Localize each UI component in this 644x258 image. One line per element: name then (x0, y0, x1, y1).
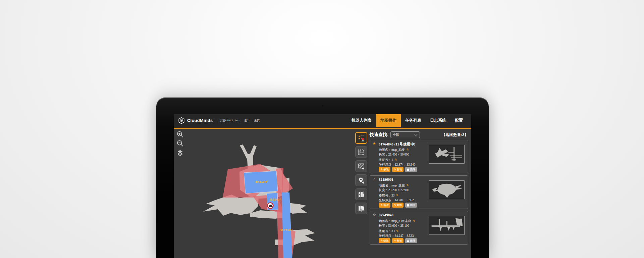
zoom-out-icon[interactable] (176, 140, 184, 147)
trash-icon (407, 204, 409, 207)
brand-name: CloudMinds (187, 118, 213, 123)
modify-button[interactable]: ✎修改 (379, 167, 390, 172)
map-card: ★ 51764845 (12号使用中) 地图名：map_33楼✎ 长宽：25.4… (370, 140, 468, 173)
map-card-title: 82186961 (379, 177, 393, 181)
edit-icon[interactable]: ✎ (396, 194, 398, 197)
map-canvas[interactable]: 40.519m² 8.614m² 80.215m² (174, 129, 354, 258)
quick-search-label: 快速查找: (370, 132, 388, 138)
map-name-field: 地图名：map_33楼✎ (379, 147, 415, 152)
origin-field: 坐标原点：14.204，5.952 (379, 198, 414, 203)
favorite-star[interactable]: ☆ (373, 177, 376, 181)
delete-button[interactable]: 删除 (405, 167, 417, 172)
content-area: 40.519m² 8.614m² 80.215m² (174, 129, 471, 258)
delete-button[interactable]: 删除 (405, 203, 417, 208)
area-label-small: 8.614m² (270, 198, 281, 201)
map-blob-right-spikes (288, 203, 307, 214)
filter-value: 全部 (393, 133, 399, 137)
map-zoom-controls (176, 131, 184, 156)
edit-icon[interactable]: ✎ (406, 148, 409, 152)
trash-icon (407, 168, 409, 171)
chevron-down-icon (414, 134, 418, 136)
floor-field: 楼层号：33✎ (379, 193, 414, 198)
copy-button[interactable]: ✎复制 (392, 203, 404, 208)
cloudminds-logo-icon (178, 117, 185, 124)
home-link[interactable]: 主页 (254, 119, 260, 122)
map-size-field: 长宽：25.400 × 50.000 (379, 152, 415, 157)
brand: CloudMinds (178, 117, 213, 124)
map-count-label: 【地图数量:3】 (442, 132, 468, 137)
area-label-corridor: 80.215m² (280, 228, 293, 232)
origin-field: 坐标原点：34.247，8.533 (379, 233, 415, 239)
slam-map[interactable]: 40.519m² 8.614m² 80.215m² (174, 129, 354, 258)
tool-add-virtual-wall[interactable] (355, 160, 367, 172)
copy-button[interactable]: ✎复制 (392, 167, 404, 172)
origin-field: 坐标原点：12.874，33.946 (379, 162, 415, 167)
robot-position-marker[interactable] (268, 203, 273, 209)
nav-menu: 机器人列表 地图操作 任务列表 日志系统 配置 (347, 114, 467, 127)
tool-upload-map[interactable] (355, 203, 367, 214)
logout-link[interactable]: 退出 (244, 119, 250, 122)
nav-item-log-system[interactable]: 日志系统 (426, 114, 450, 127)
map-card-title: 87749840 (379, 213, 393, 217)
map-card-title: 51764845 (12号使用中) (379, 142, 415, 147)
edit-icon[interactable]: ✎ (396, 229, 398, 233)
modify-button[interactable]: ✎修改 (379, 238, 390, 243)
zone-corridor[interactable] (282, 192, 292, 258)
map-card: ☆ 87749840 地图名：map_33层走廊✎ 长宽：56.600 × 25… (370, 211, 468, 245)
layers-icon[interactable] (176, 149, 184, 156)
trash-icon (407, 240, 409, 242)
edit-icon[interactable]: ✎ (406, 183, 409, 187)
top-navbar: CloudMinds 欢迎BJDT2_Test 退出 主页 机器人列表 地图操作… (174, 114, 471, 129)
map-size-field: 长宽：56.600 × 25.100 (379, 223, 415, 228)
panel-header: 快速查找: 全部 【地图数量:3】 (370, 131, 468, 138)
map-name-field: 地图名：map_33层走廊✎ (379, 218, 415, 223)
tool-poi-task-list[interactable] (355, 132, 367, 144)
floor-field: 楼层号：1✎ (379, 157, 415, 162)
nav-item-robot-list[interactable]: 机器人列表 (347, 114, 376, 127)
zoom-in-icon[interactable] (176, 131, 184, 138)
map-thumbnail[interactable] (429, 180, 465, 199)
map-toolbar (354, 129, 369, 258)
map-list-panel: 快速查找: 全部 【地图数量:3】 ★ 51764845 (12号使用中) (369, 129, 471, 258)
floor-field: 楼层号：33✎ (379, 228, 415, 233)
map-size-field: 长宽：23.200 × 22.900 (379, 188, 414, 193)
favorite-star[interactable]: ☆ (373, 213, 376, 217)
welcome-text: 欢迎BJDT2_Test (219, 119, 239, 122)
modify-button[interactable]: ✎修改 (379, 203, 390, 208)
monitor-frame: CloudMinds 欢迎BJDT2_Test 退出 主页 机器人列表 地图操作… (156, 97, 489, 258)
tool-measure-area[interactable] (355, 146, 367, 158)
map-blob-left-spikes (203, 195, 259, 216)
nav-item-map-operation[interactable]: 地图操作 (376, 114, 401, 127)
map-name-field: 地图名：map_腿腿✎ (379, 183, 414, 188)
favorite-star[interactable]: ★ (373, 141, 376, 146)
nav-item-task-list[interactable]: 任务列表 (401, 114, 426, 127)
tool-map-marker[interactable] (355, 188, 367, 200)
copy-button[interactable]: ✎复制 (392, 238, 404, 243)
map-thumbnail[interactable] (429, 145, 465, 164)
delete-button[interactable]: 删除 (405, 238, 417, 243)
app-screen: CloudMinds 欢迎BJDT2_Test 退出 主页 机器人列表 地图操作… (174, 114, 471, 258)
filter-dropdown[interactable]: 全部 (390, 131, 420, 138)
edit-icon[interactable]: ✎ (412, 219, 415, 223)
edit-icon[interactable]: ✎ (394, 158, 397, 162)
tool-add-poi[interactable] (355, 174, 367, 186)
forbidden-zone-tri (282, 171, 293, 195)
map-thumbnail[interactable] (429, 216, 465, 235)
map-card: ☆ 82186961 地图名：map_腿腿✎ 长宽：23.200 × 22.90… (370, 175, 468, 209)
nav-item-config[interactable]: 配置 (450, 114, 467, 127)
area-label-large: 40.519m² (255, 180, 268, 183)
webcam-dot (322, 105, 323, 106)
